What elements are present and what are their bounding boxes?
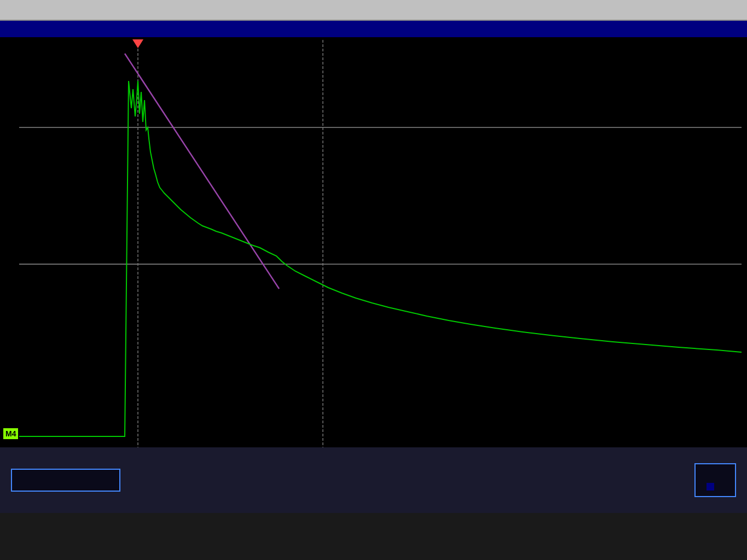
menu-help[interactable]	[175, 9, 179, 11]
menu-utilities[interactable]	[161, 9, 165, 11]
bottom-bar	[0, 447, 747, 513]
status-bar	[0, 21, 747, 37]
menu-vertical[interactable]	[33, 9, 37, 11]
menu-file[interactable]	[4, 9, 9, 11]
menu-bar	[0, 0, 747, 21]
c2-info-label	[707, 483, 724, 491]
trigger-arrow	[132, 39, 143, 48]
menu-app[interactable]	[147, 9, 151, 11]
menu-trig[interactable]	[61, 9, 66, 11]
ch-m4-values	[23, 475, 28, 485]
c2-color-indicator	[707, 483, 714, 491]
sample-rate-label	[707, 470, 724, 483]
channel-info-right	[694, 463, 736, 497]
m4-channel-label: M4	[3, 428, 18, 439]
menu-measure[interactable]	[104, 9, 108, 11]
menu-horiz-acq[interactable]	[47, 9, 51, 11]
scope-display: M4	[0, 37, 747, 513]
menu-cursors[interactable]	[90, 9, 94, 11]
waveform-svg	[0, 37, 747, 513]
menu-buttons[interactable]	[189, 9, 194, 11]
menu-edit[interactable]	[19, 9, 23, 11]
svg-line-11	[125, 54, 279, 289]
menu-masks[interactable]	[118, 9, 123, 11]
menu-math[interactable]	[132, 9, 137, 11]
menu-display[interactable]	[76, 9, 80, 11]
channel-info-left	[11, 469, 120, 492]
